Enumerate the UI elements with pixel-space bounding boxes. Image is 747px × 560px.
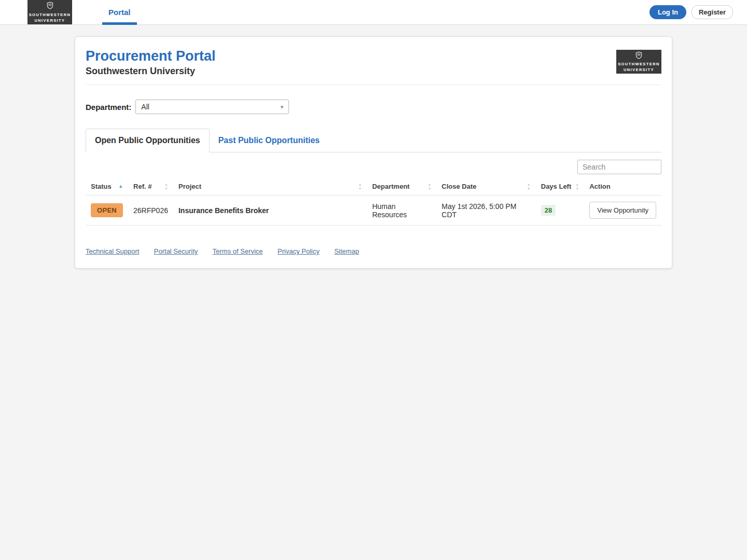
table-row: OPEN 26RFP026 Insurance Benefits Broker … [86, 195, 661, 226]
column-header-department[interactable]: Department ▲▼ [367, 179, 436, 195]
table-header-row: Status ▲ Ref. # ▲▼ Project ▲▼ [86, 179, 661, 195]
header-divider [86, 85, 661, 85]
department-cell: Human Resources [367, 195, 436, 226]
project-cell: Insurance Benefits Broker [173, 195, 367, 226]
sort-icon[interactable]: ▲▼ [575, 183, 579, 190]
column-header-close-date[interactable]: Close Date ▲▼ [436, 179, 535, 195]
page-subtitle: Southwestern University [86, 66, 216, 77]
close-date-cell: May 1st 2026, 5:00 PM CDT [436, 195, 535, 226]
shield-icon [47, 2, 53, 11]
opportunities-table: Status ▲ Ref. # ▲▼ Project ▲▼ [86, 179, 661, 226]
department-select[interactable]: All ▾ [135, 100, 289, 114]
logo-text-line1: SOUTHWESTERN [618, 62, 660, 66]
column-header-project[interactable]: Project ▲▼ [173, 179, 367, 195]
action-cell: View Opportunity [584, 195, 661, 226]
sort-icon[interactable]: ▲▼ [164, 183, 168, 190]
column-header-status[interactable]: Status ▲ [86, 179, 128, 195]
status-cell: OPEN [86, 195, 128, 226]
title-block: Procurement Portal Southwestern Universi… [86, 48, 216, 77]
footer-link-terms-of-service[interactable]: Terms of Service [213, 247, 263, 255]
view-opportunity-button[interactable]: View Opportunity [589, 202, 656, 219]
department-filter-row: Department: All ▾ [86, 100, 661, 114]
column-header-days-left[interactable]: Days Left ▲▼ [536, 179, 584, 195]
chevron-down-icon: ▾ [281, 104, 284, 110]
days-left-badge: 28 [541, 205, 556, 216]
register-button[interactable]: Register [691, 5, 733, 19]
portal-active-indicator [102, 22, 137, 25]
page-title: Procurement Portal [86, 48, 216, 64]
sort-icon[interactable]: ▲▼ [527, 183, 531, 190]
nav-auth-buttons: Log In Register [649, 5, 733, 19]
column-header-ref[interactable]: Ref. # ▲▼ [128, 179, 173, 195]
shield-icon [635, 51, 642, 61]
tab-open-public-opportunities[interactable]: Open Public Opportunities [86, 129, 210, 152]
footer-link-sitemap[interactable]: Sitemap [334, 247, 359, 255]
nav-item-portal[interactable]: Portal [102, 0, 137, 25]
footer-link-portal-security[interactable]: Portal Security [154, 247, 198, 255]
opportunities-tabs: Open Public Opportunities Past Public Op… [86, 129, 661, 152]
login-button[interactable]: Log In [649, 5, 686, 19]
ref-cell: 26RFP026 [128, 195, 173, 226]
procurement-portal-card: Procurement Portal Southwestern Universi… [75, 36, 672, 269]
footer-link-privacy-policy[interactable]: Privacy Policy [278, 247, 320, 255]
university-logo: SOUTHWESTERN UNIVERSITY [27, 0, 72, 24]
department-label: Department: [86, 103, 131, 111]
search-input[interactable] [577, 160, 661, 174]
logo-text-line2: UNIVERSITY [624, 67, 654, 72]
footer-links: Technical Support Portal Security Terms … [86, 246, 661, 256]
logo-text-line2: UNIVERSITY [34, 18, 65, 23]
card-header: Procurement Portal Southwestern Universi… [86, 48, 661, 77]
university-logo-card: SOUTHWESTERN UNIVERSITY [616, 50, 661, 74]
search-row [86, 160, 661, 174]
column-header-action: Action [584, 179, 661, 195]
footer-link-technical-support[interactable]: Technical Support [86, 247, 139, 255]
status-badge: OPEN [91, 203, 123, 217]
top-navigation: SOUTHWESTERN UNIVERSITY Portal Log In Re… [0, 0, 747, 25]
tab-past-public-opportunities[interactable]: Past Public Opportunities [210, 129, 329, 152]
logo-text-line1: SOUTHWESTERN [29, 12, 71, 17]
sort-asc-icon[interactable]: ▲ [118, 184, 123, 189]
portal-link[interactable]: Portal [108, 8, 131, 17]
sort-icon[interactable]: ▲▼ [427, 183, 431, 190]
department-selected-value: All [141, 103, 149, 111]
days-left-cell: 28 [536, 195, 584, 226]
sort-icon[interactable]: ▲▼ [358, 183, 362, 190]
